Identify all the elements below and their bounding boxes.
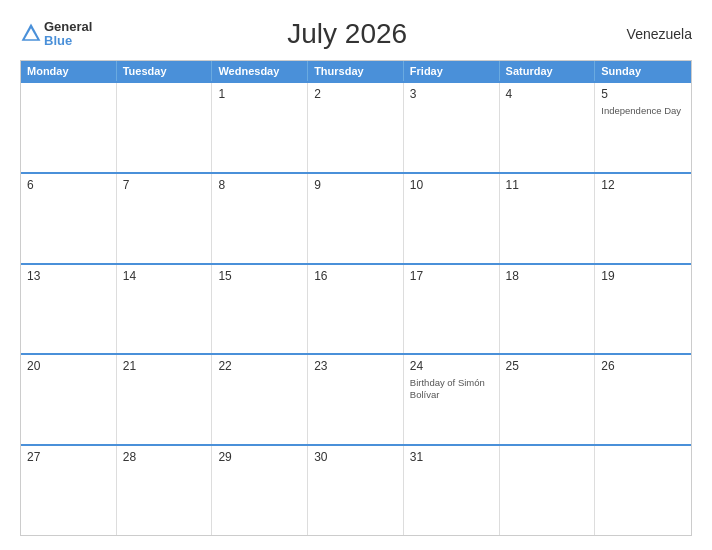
day-number: 29 bbox=[218, 450, 301, 464]
cal-cell-0-6: 5Independence Day bbox=[595, 83, 691, 172]
day-number: 11 bbox=[506, 178, 589, 192]
cal-cell-3-2: 22 bbox=[212, 355, 308, 444]
header-thursday: Thursday bbox=[308, 61, 404, 81]
day-number: 30 bbox=[314, 450, 397, 464]
day-number: 20 bbox=[27, 359, 110, 373]
day-number: 13 bbox=[27, 269, 110, 283]
logo-general: General bbox=[44, 20, 92, 34]
day-number: 5 bbox=[601, 87, 685, 101]
logo-text: General Blue bbox=[44, 20, 92, 49]
cal-cell-1-0: 6 bbox=[21, 174, 117, 263]
calendar-event: Birthday of Simón Bolívar bbox=[410, 377, 493, 400]
day-number: 4 bbox=[506, 87, 589, 101]
header-saturday: Saturday bbox=[500, 61, 596, 81]
week-row-1: 12345Independence Day bbox=[21, 81, 691, 172]
cal-cell-2-6: 19 bbox=[595, 265, 691, 354]
cal-cell-4-6 bbox=[595, 446, 691, 535]
cal-cell-4-2: 29 bbox=[212, 446, 308, 535]
cal-cell-4-5 bbox=[500, 446, 596, 535]
cal-cell-3-1: 21 bbox=[117, 355, 213, 444]
cal-cell-2-3: 16 bbox=[308, 265, 404, 354]
day-number: 19 bbox=[601, 269, 685, 283]
week-row-5: 2728293031 bbox=[21, 444, 691, 535]
cal-cell-4-1: 28 bbox=[117, 446, 213, 535]
day-number: 26 bbox=[601, 359, 685, 373]
day-number: 9 bbox=[314, 178, 397, 192]
cal-cell-2-2: 15 bbox=[212, 265, 308, 354]
cal-cell-1-1: 7 bbox=[117, 174, 213, 263]
day-number: 22 bbox=[218, 359, 301, 373]
cal-cell-1-6: 12 bbox=[595, 174, 691, 263]
day-number: 21 bbox=[123, 359, 206, 373]
day-number: 15 bbox=[218, 269, 301, 283]
cal-cell-1-4: 10 bbox=[404, 174, 500, 263]
header-tuesday: Tuesday bbox=[117, 61, 213, 81]
logo-icon bbox=[20, 22, 42, 44]
day-number: 3 bbox=[410, 87, 493, 101]
cal-cell-2-5: 18 bbox=[500, 265, 596, 354]
header-sunday: Sunday bbox=[595, 61, 691, 81]
cal-cell-0-3: 2 bbox=[308, 83, 404, 172]
week-row-2: 6789101112 bbox=[21, 172, 691, 263]
cal-cell-3-0: 20 bbox=[21, 355, 117, 444]
cal-cell-0-4: 3 bbox=[404, 83, 500, 172]
calendar-grid: Monday Tuesday Wednesday Thursday Friday… bbox=[20, 60, 692, 536]
cal-cell-3-4: 24Birthday of Simón Bolívar bbox=[404, 355, 500, 444]
cal-cell-1-5: 11 bbox=[500, 174, 596, 263]
day-number: 28 bbox=[123, 450, 206, 464]
calendar-event: Independence Day bbox=[601, 105, 685, 116]
cal-cell-0-1 bbox=[117, 83, 213, 172]
logo: General Blue bbox=[20, 20, 92, 49]
day-number: 18 bbox=[506, 269, 589, 283]
cal-cell-4-0: 27 bbox=[21, 446, 117, 535]
day-number: 16 bbox=[314, 269, 397, 283]
cal-cell-1-2: 8 bbox=[212, 174, 308, 263]
day-number: 24 bbox=[410, 359, 493, 373]
cal-cell-3-5: 25 bbox=[500, 355, 596, 444]
weekday-header-row: Monday Tuesday Wednesday Thursday Friday… bbox=[21, 61, 691, 81]
week-row-4: 2021222324Birthday of Simón Bolívar2526 bbox=[21, 353, 691, 444]
cal-cell-0-0 bbox=[21, 83, 117, 172]
cal-cell-4-3: 30 bbox=[308, 446, 404, 535]
day-number: 7 bbox=[123, 178, 206, 192]
day-number: 14 bbox=[123, 269, 206, 283]
cal-cell-2-0: 13 bbox=[21, 265, 117, 354]
week-row-3: 13141516171819 bbox=[21, 263, 691, 354]
day-number: 31 bbox=[410, 450, 493, 464]
month-title: July 2026 bbox=[92, 18, 602, 50]
header-friday: Friday bbox=[404, 61, 500, 81]
day-number: 10 bbox=[410, 178, 493, 192]
cal-cell-1-3: 9 bbox=[308, 174, 404, 263]
cal-cell-3-3: 23 bbox=[308, 355, 404, 444]
header: General Blue July 2026 Venezuela bbox=[20, 18, 692, 50]
country-label: Venezuela bbox=[602, 26, 692, 42]
day-number: 12 bbox=[601, 178, 685, 192]
logo-blue: Blue bbox=[44, 34, 92, 48]
cal-cell-2-1: 14 bbox=[117, 265, 213, 354]
calendar-body: 12345Independence Day6789101112131415161… bbox=[21, 81, 691, 535]
day-number: 17 bbox=[410, 269, 493, 283]
cal-cell-2-4: 17 bbox=[404, 265, 500, 354]
day-number: 1 bbox=[218, 87, 301, 101]
cal-cell-0-5: 4 bbox=[500, 83, 596, 172]
header-monday: Monday bbox=[21, 61, 117, 81]
calendar-page: General Blue July 2026 Venezuela Monday … bbox=[0, 0, 712, 550]
cal-cell-3-6: 26 bbox=[595, 355, 691, 444]
day-number: 2 bbox=[314, 87, 397, 101]
day-number: 6 bbox=[27, 178, 110, 192]
day-number: 8 bbox=[218, 178, 301, 192]
day-number: 23 bbox=[314, 359, 397, 373]
cal-cell-4-4: 31 bbox=[404, 446, 500, 535]
day-number: 25 bbox=[506, 359, 589, 373]
header-wednesday: Wednesday bbox=[212, 61, 308, 81]
cal-cell-0-2: 1 bbox=[212, 83, 308, 172]
day-number: 27 bbox=[27, 450, 110, 464]
